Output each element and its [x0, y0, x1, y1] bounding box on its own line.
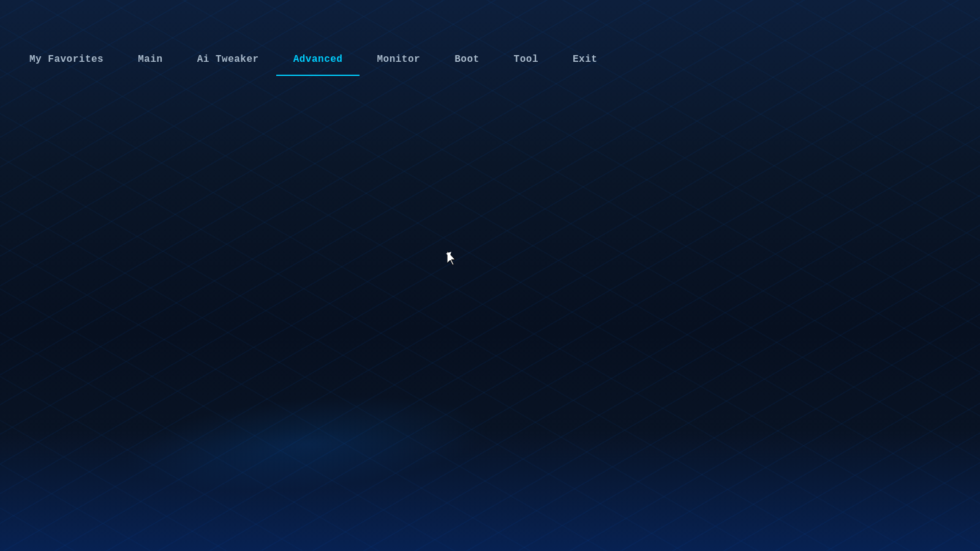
tab-ai-tweaker[interactable]: Ai Tweaker	[180, 42, 276, 76]
tab-my-favorites[interactable]: My Favorites	[12, 42, 121, 76]
tab-exit[interactable]: Exit	[556, 42, 614, 76]
tab-advanced[interactable]: Advanced	[276, 42, 360, 76]
tab-tool[interactable]: Tool	[497, 42, 556, 76]
tab-monitor[interactable]: Monitor	[360, 42, 437, 76]
tab-boot[interactable]: Boot	[437, 42, 496, 76]
background	[0, 0, 980, 551]
tab-main[interactable]: Main	[121, 42, 179, 76]
